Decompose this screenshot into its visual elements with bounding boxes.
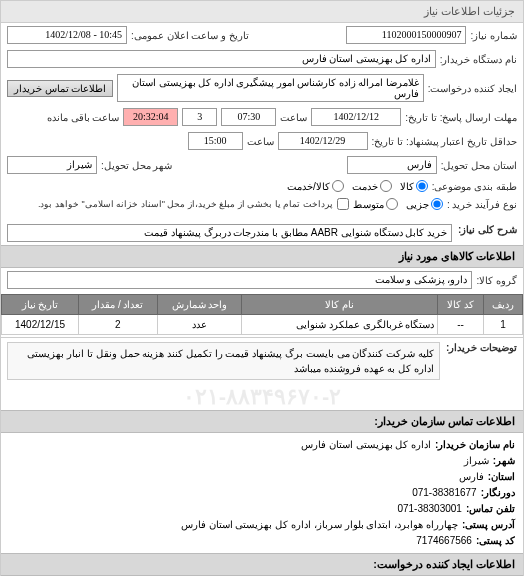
- col-row: ردیف: [483, 295, 522, 315]
- requester-field: غلامرضا امراله زاده کارشناس امور پیشگیری…: [117, 74, 424, 102]
- row-group: گروه کالا: دارو، پزشکی و سلامت: [1, 268, 523, 292]
- window-title: جزئیات اطلاعات نیاز: [424, 5, 515, 17]
- phone-label: تلفن تماس:: [466, 501, 515, 517]
- radio-service[interactable]: خدمت: [352, 180, 392, 192]
- need-number-label: شماره نیاز:: [470, 30, 517, 41]
- validity-time-label: ساعت: [247, 136, 274, 147]
- province-field: فارس: [347, 156, 437, 174]
- deadline-time-label: ساعت: [280, 112, 307, 123]
- row-buyer-org: نام دستگاه خریدار: اداره کل بهزیستی استا…: [1, 47, 523, 71]
- buyer-org-field: اداره کل بهزیستی استان فارس: [7, 50, 436, 68]
- radio-medium-input[interactable]: [386, 198, 398, 210]
- col-qty: تعداد / مقدار: [79, 295, 158, 315]
- row-notes: توضیحات خریدار: کلیه شرکت کنندگان می بای…: [1, 337, 523, 384]
- row-purchase-type: نوع فرآیند خرید : جزیی متوسط پرداخت تمام…: [1, 195, 523, 213]
- deadline-label: مهلت ارسال پاسخ: تا تاریخ:: [405, 112, 517, 123]
- group-field: دارو، پزشکی و سلامت: [7, 271, 472, 289]
- cell-row: 1: [483, 315, 522, 335]
- col-unit: واحد شمارش: [157, 295, 242, 315]
- radio-both[interactable]: کالا/خدمت: [287, 180, 344, 192]
- org-name-value: اداره کل بهزیستی استان فارس: [301, 437, 431, 453]
- radio-both-input[interactable]: [332, 180, 344, 192]
- main-desc-label: شرح کلی نیاز:: [458, 224, 517, 235]
- contact-buyer-button[interactable]: اطلاعات تماس خریدار: [7, 80, 113, 97]
- radio-service-label: خدمت: [352, 181, 378, 192]
- radio-minor-input[interactable]: [431, 198, 443, 210]
- city-field: شیراز: [7, 156, 97, 174]
- cell-name: دستگاه غربالگری عملکرد شنوایی: [242, 315, 438, 335]
- main-container: جزئیات اطلاعات نیاز شماره نیاز: 11020001…: [0, 0, 524, 576]
- deadline-date-field: 1402/12/12: [311, 108, 401, 126]
- contact-province-value: فارس: [459, 469, 484, 485]
- contact-city-value: شیراز: [464, 453, 489, 469]
- watermark-area: ۰۲۱-۸۸۳۴۹۶۷۰-۲: [1, 384, 523, 410]
- deadline-time-field: 07:30: [221, 108, 276, 126]
- requester-contact-header: اطلاعات ایجاد کننده درخواست:: [1, 553, 523, 576]
- row-validity: حداقل تاریخ اعتبار پیشنهاد: تا تاریخ: 14…: [1, 129, 523, 153]
- radio-both-label: کالا/خدمت: [287, 181, 330, 192]
- validity-time-field: 15:00: [188, 132, 243, 150]
- notes-label: توضیحات خریدار:: [446, 342, 517, 380]
- org-name-label: نام سازمان خریدار:: [435, 437, 515, 453]
- payment-note: پرداخت تمام یا بخشی از مبلغ خرید،از محل …: [38, 199, 333, 209]
- watermark-text: ۰۲۱-۸۸۳۴۹۶۷۰-۲: [183, 384, 342, 410]
- row-deadline: مهلت ارسال پاسخ: تا تاریخ: 1402/12/12 سا…: [1, 105, 523, 129]
- window-header: جزئیات اطلاعات نیاز: [1, 1, 523, 23]
- table-row[interactable]: 1 -- دستگاه غربالگری عملکرد شنوایی عدد 2…: [2, 315, 523, 335]
- col-date: تاریخ نیاز: [2, 295, 79, 315]
- postal-label: کد پستی:: [476, 533, 515, 549]
- address-value: چهارراه هوابرد، ابتدای بلوار سرباز، ادار…: [181, 517, 458, 533]
- col-name: نام کالا: [242, 295, 438, 315]
- purchase-radio-group: جزیی متوسط: [353, 198, 443, 210]
- requester-label: ایجاد کننده درخواست:: [428, 83, 517, 94]
- notes-text: کلیه شرکت کنندگان می بایست برگ پیشنهاد ق…: [7, 342, 440, 380]
- radio-medium[interactable]: متوسط: [353, 198, 398, 210]
- public-date-label: تاریخ و ساعت اعلان عمومی:: [131, 30, 249, 41]
- phone-value: 071-38303001: [397, 501, 462, 517]
- fax-label: دورنگار:: [481, 485, 515, 501]
- radio-goods-label: کالا: [400, 181, 414, 192]
- extension-count-field: 3: [182, 108, 217, 126]
- radio-minor-label: جزیی: [406, 199, 429, 210]
- cell-code: --: [438, 315, 484, 335]
- validity-label: حداقل تاریخ اعتبار پیشنهاد: تا تاریخ:: [372, 136, 517, 147]
- radio-medium-label: متوسط: [353, 199, 384, 210]
- contact-province-label: استان:: [488, 469, 515, 485]
- row-need-number: شماره نیاز: 1102000150000907 تاریخ و ساع…: [1, 23, 523, 47]
- fax-value: 071-38381677: [412, 485, 477, 501]
- contact-city-label: شهر:: [493, 453, 515, 469]
- main-desc-field: خرید کابل دستگاه شنوایی AABR مطابق با من…: [7, 224, 452, 242]
- contact-section: نام سازمان خریدار: اداره کل بهزیستی استا…: [1, 433, 523, 553]
- row-category: طبقه بندی موضوعی: کالا خدمت کالا/خدمت: [1, 177, 523, 195]
- cell-unit: عدد: [157, 315, 242, 335]
- row-location: استان محل تحویل: فارس شهر محل تحویل: شیر…: [1, 153, 523, 177]
- address-label: آدرس پستی:: [462, 517, 515, 533]
- items-section-header: اطلاعات کالاهای مورد نیاز: [1, 245, 523, 268]
- public-date-field: 10:45 - 1402/12/08: [7, 26, 127, 44]
- radio-minor[interactable]: جزیی: [406, 198, 443, 210]
- countdown-label: ساعت باقی مانده: [47, 112, 120, 123]
- postal-value: 7174667566: [416, 533, 472, 549]
- items-table: ردیف کد کالا نام کالا واحد شمارش تعداد /…: [1, 294, 523, 335]
- countdown-field: 20:32:04: [123, 108, 178, 126]
- city-label: شهر محل تحویل:: [101, 160, 172, 171]
- contact-section-header: اطلاعات تماس سازمان خریدار:: [1, 410, 523, 433]
- treasury-checkbox[interactable]: [337, 198, 349, 210]
- cell-date: 1402/12/15: [2, 315, 79, 335]
- province-label: استان محل تحویل:: [441, 160, 517, 171]
- cell-qty: 2: [79, 315, 158, 335]
- group-label: گروه کالا:: [476, 275, 517, 286]
- category-label: طبقه بندی موضوعی:: [432, 181, 517, 192]
- validity-date-field: 1402/12/29: [278, 132, 368, 150]
- row-requester: ایجاد کننده درخواست: غلامرضا امراله زاده…: [1, 71, 523, 105]
- category-radio-group: کالا خدمت کالا/خدمت: [287, 180, 428, 192]
- row-main-desc: شرح کلی نیاز: خرید کابل دستگاه شنوایی AA…: [1, 221, 523, 245]
- radio-goods-input[interactable]: [416, 180, 428, 192]
- need-number-field: 1102000150000907: [346, 26, 466, 44]
- radio-service-input[interactable]: [380, 180, 392, 192]
- buyer-org-label: نام دستگاه خریدار:: [440, 54, 517, 65]
- radio-goods[interactable]: کالا: [400, 180, 428, 192]
- purchase-type-label: نوع فرآیند خرید :: [447, 199, 517, 210]
- col-code: کد کالا: [438, 295, 484, 315]
